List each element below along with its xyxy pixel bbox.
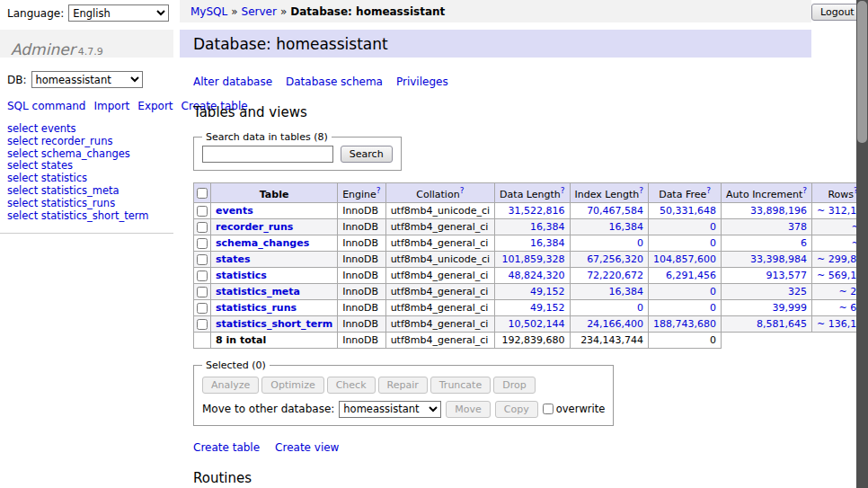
table-name-link[interactable]: states <box>216 253 251 265</box>
data-length-link[interactable]: 101,859,328 <box>502 253 565 265</box>
data-free-link[interactable]: 0 <box>710 286 716 297</box>
index-length-cell: 16,384 <box>570 283 649 299</box>
data-free-link[interactable]: 104,857,600 <box>653 253 716 265</box>
row-checkbox[interactable] <box>197 222 208 233</box>
data-length-link[interactable]: 49,152 <box>530 302 565 314</box>
sidebar-action-link[interactable]: Export <box>137 100 173 112</box>
table-operation-button[interactable]: Check <box>327 377 376 394</box>
doc-help-link[interactable]: ? <box>460 186 465 195</box>
sidebar-table-link[interactable]: select statistics_short_term <box>7 210 173 222</box>
table-name-link[interactable]: recorder_runs <box>216 221 293 233</box>
data-free-link[interactable]: 6,291,456 <box>666 270 716 281</box>
move-button[interactable]: Move <box>446 401 491 418</box>
breadcrumb-link-mysql[interactable]: MySQL <box>190 5 227 18</box>
database-action-link[interactable]: Database schema <box>286 75 383 88</box>
doc-help-link[interactable]: ? <box>561 186 565 195</box>
search-button[interactable]: Search <box>341 146 393 163</box>
sidebar-table-link[interactable]: select statistics_runs <box>7 198 173 209</box>
engine-cell: InnoDB <box>338 251 385 267</box>
doc-help-link[interactable]: ? <box>802 186 807 195</box>
sidebar-table-link[interactable]: select statistics <box>7 173 173 184</box>
sidebar-table-link[interactable]: select recorder_runs <box>7 136 173 147</box>
db-select[interactable]: homeassistant <box>31 71 143 88</box>
search-input[interactable] <box>202 146 333 163</box>
row-checkbox[interactable] <box>197 238 208 249</box>
totals-empty-cell <box>194 332 211 348</box>
search-fieldset: Search data in tables (8) Search <box>193 131 402 171</box>
index-length-link[interactable]: 16,384 <box>609 221 644 233</box>
sidebar-action-link[interactable]: Import <box>93 100 129 112</box>
breadcrumb-link-server[interactable]: Server <box>242 5 277 18</box>
auto-increment-link[interactable]: 33,898,196 <box>750 205 807 217</box>
vertical-scrollbar[interactable] <box>856 0 868 488</box>
table-operation-button[interactable]: Analyze <box>202 377 259 394</box>
doc-help-link[interactable]: ? <box>639 186 643 195</box>
overwrite-checkbox[interactable] <box>543 404 554 414</box>
data-free-link[interactable]: 0 <box>710 302 716 314</box>
data-length-link[interactable]: 16,384 <box>530 237 565 249</box>
index-length-link[interactable]: 0 <box>637 237 643 249</box>
sidebar-table-link[interactable]: select schema_changes <box>7 148 173 160</box>
sidebar-table-link[interactable]: select events <box>7 123 173 135</box>
table-name-link[interactable]: statistics_runs <box>216 302 297 314</box>
column-header-label: Rows <box>828 189 854 200</box>
create-link[interactable]: Create table <box>193 441 260 454</box>
totals-row: 8 in total InnoDB utf8mb4_general_ci 192… <box>194 332 868 348</box>
copy-button[interactable]: Copy <box>495 401 538 418</box>
scrollbar-thumb[interactable] <box>857 1 867 143</box>
index-length-cell: 67,256,320 <box>570 251 649 267</box>
sidebar-action-link[interactable]: SQL command <box>7 100 85 112</box>
row-checkbox[interactable] <box>197 271 208 281</box>
table-operation-button[interactable]: Truncate <box>430 377 491 394</box>
index-length-link[interactable]: 0 <box>637 302 643 314</box>
doc-help-link[interactable]: ? <box>706 186 711 195</box>
auto-increment-cell: 33,398,984 <box>722 251 812 267</box>
data-length-link[interactable]: 48,824,320 <box>509 270 565 281</box>
row-checkbox[interactable] <box>197 254 208 265</box>
doc-help-link[interactable]: ? <box>376 186 381 195</box>
table-name-link[interactable]: schema_changes <box>216 237 309 249</box>
create-link[interactable]: Create view <box>275 441 339 454</box>
database-action-link[interactable]: Alter database <box>193 75 272 88</box>
sidebar-table-link[interactable]: select states <box>7 160 173 172</box>
data-free-link[interactable]: 50,331,648 <box>660 205 716 217</box>
data-length-link[interactable]: 10,502,144 <box>509 318 565 330</box>
move-db-select[interactable]: homeassistant <box>339 401 441 418</box>
table-operation-button[interactable]: Drop <box>493 377 535 394</box>
auto-increment-link[interactable]: 6 <box>801 237 807 249</box>
table-name-link[interactable]: events <box>216 205 253 217</box>
data-length-link[interactable]: 49,152 <box>530 286 565 297</box>
auto-increment-link[interactable]: 325 <box>788 286 807 297</box>
data-length-link[interactable]: 31,522,816 <box>509 205 565 217</box>
table-operation-button[interactable]: Repair <box>378 377 428 394</box>
database-action-link[interactable]: Privileges <box>396 75 448 88</box>
data-free-link[interactable]: 0 <box>710 221 716 233</box>
auto-increment-link[interactable]: 8,581,645 <box>757 318 807 330</box>
row-checkbox[interactable] <box>197 319 208 330</box>
table-name-link[interactable]: statistics_meta <box>216 286 300 297</box>
table-operation-button[interactable]: Optimize <box>261 377 323 394</box>
app-name-link[interactable]: Adminer <box>11 40 75 58</box>
language-select[interactable]: English <box>68 4 169 22</box>
index-length-link[interactable]: 24,166,400 <box>587 318 643 330</box>
data-length-link[interactable]: 16,384 <box>530 221 565 233</box>
index-length-link[interactable]: 16,384 <box>609 286 644 297</box>
data-free-link[interactable]: 188,743,680 <box>653 318 716 330</box>
data-free-link[interactable]: 0 <box>710 237 716 249</box>
index-length-cell: 0 <box>570 235 649 251</box>
sidebar-table-link[interactable]: select statistics_meta <box>7 185 173 197</box>
row-checkbox[interactable] <box>197 303 208 314</box>
auto-increment-link[interactable]: 378 <box>788 221 807 233</box>
auto-increment-link[interactable]: 33,398,984 <box>750 253 807 265</box>
auto-increment-cell: 6 <box>722 235 812 251</box>
index-length-link[interactable]: 67,256,320 <box>587 253 643 265</box>
index-length-link[interactable]: 70,467,584 <box>587 205 643 217</box>
auto-increment-link[interactable]: 913,577 <box>766 270 808 281</box>
select-all-checkbox[interactable] <box>197 188 208 199</box>
table-name-link[interactable]: statistics_short_term <box>216 318 332 330</box>
auto-increment-link[interactable]: 39,999 <box>773 302 808 314</box>
table-name-link[interactable]: statistics <box>216 270 267 281</box>
index-length-link[interactable]: 72,220,672 <box>587 270 643 281</box>
row-checkbox[interactable] <box>197 287 208 297</box>
row-checkbox[interactable] <box>197 206 208 217</box>
